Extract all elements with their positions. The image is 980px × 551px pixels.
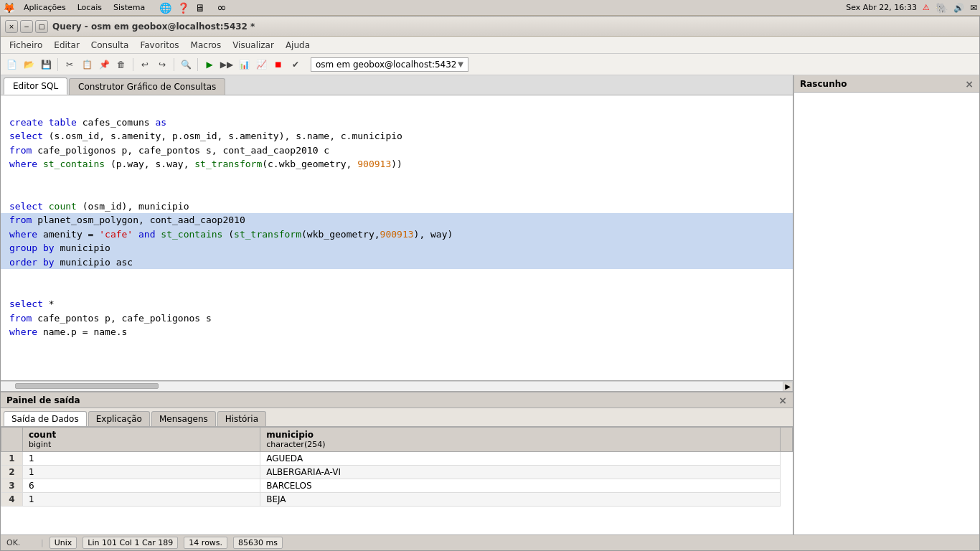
h-scrollbar[interactable]: ▶ xyxy=(1,381,793,391)
table-row: 3 6 BARCELOS xyxy=(1,479,793,493)
row-municipio: BARCELOS xyxy=(260,479,781,493)
menu-macros[interactable]: Macros xyxy=(185,39,227,52)
pgadmin-icon[interactable]: 🐘 xyxy=(936,2,948,14)
output-panel: Painel de saída × Saída de Dados Explica… xyxy=(1,391,793,534)
sql-line-from2: from planet_osm_polygon, cont_aad_caop20… xyxy=(1,213,793,227)
toolbar-redo[interactable]: ↪ xyxy=(154,57,170,72)
output-tab-historia[interactable]: História xyxy=(217,411,266,426)
row-num: 3 xyxy=(1,479,23,493)
sql-editor[interactable]: create table cafes_comuns as select (s.o… xyxy=(1,95,793,381)
menu-bar: Ficheiro Editar Consulta Favoritos Macro… xyxy=(1,37,979,54)
chevron-down-icon: ▼ xyxy=(458,60,463,68)
h-scroll-thumb[interactable] xyxy=(15,383,159,389)
right-panel-content xyxy=(794,93,979,534)
col-count-name: count xyxy=(29,430,254,440)
menu-consulta[interactable]: Consulta xyxy=(85,39,135,52)
close-button[interactable]: × xyxy=(5,20,18,33)
sql-line-create: create table cafes_comuns as xyxy=(9,117,166,128)
h-scroll-right[interactable]: ▶ xyxy=(783,382,793,392)
toolbar-save[interactable]: 💾 xyxy=(38,57,54,72)
db-select-box[interactable]: osm em geobox@localhost:5432 ▼ xyxy=(311,57,468,72)
menu-favoritos[interactable]: Favoritos xyxy=(134,39,184,52)
data-table-container[interactable]: count bigint municipio character(254) xyxy=(1,427,793,534)
output-panel-close-button[interactable]: × xyxy=(778,395,787,406)
network-icon: ⚠ xyxy=(923,3,930,12)
sql-line-select3: select * xyxy=(9,298,55,309)
tab-grafico[interactable]: Construtor Gráfico de Consultas xyxy=(69,78,225,95)
toolbar-new[interactable]: 📄 xyxy=(4,57,19,72)
toolbar-clear[interactable]: 🗑 xyxy=(113,57,129,72)
toolbar-sep-2 xyxy=(133,58,133,71)
menu-visualizar[interactable]: Visualizar xyxy=(227,39,280,52)
help-icon[interactable]: ❓ xyxy=(177,2,189,14)
status-encoding: Unix xyxy=(50,537,77,549)
menu-ajuda[interactable]: Ajuda xyxy=(280,39,316,52)
status-sep-1: | xyxy=(41,538,44,547)
h-scroll-track[interactable] xyxy=(1,383,783,390)
toolbar-find[interactable]: 🔍 xyxy=(178,57,194,72)
col-municipio-name: municipio xyxy=(266,430,774,440)
toolbar-stop[interactable]: ⏹ xyxy=(270,57,286,72)
row-count: 1 xyxy=(23,493,260,507)
right-panel-header: Rascunho × xyxy=(794,75,979,93)
sql-line-select2: select count (osm_id), municipio xyxy=(9,201,189,212)
output-tabs: Saída de Dados Explicação Mensagens Hist… xyxy=(1,408,793,427)
sys-menu-locais[interactable]: Locais xyxy=(75,3,105,12)
row-municipio: ALBERGARIA-A-VI xyxy=(260,466,781,479)
row-municipio: AGUEDA xyxy=(260,452,781,466)
toolbar-cut[interactable]: ✂ xyxy=(62,57,77,72)
toolbar-undo[interactable]: ↩ xyxy=(137,57,153,72)
row-municipio: BEJA xyxy=(260,493,781,507)
toolbar-sep-1 xyxy=(57,58,58,71)
sys-menu-aplicacoes[interactable]: Aplicações xyxy=(21,3,69,12)
col-municipio-header[interactable]: municipio character(254) xyxy=(260,428,781,452)
row-num: 2 xyxy=(1,466,23,479)
minimize-button[interactable]: − xyxy=(20,20,33,33)
col-count-header[interactable]: count bigint xyxy=(23,428,260,452)
status-rows: 14 rows. xyxy=(184,537,227,549)
toolbar-copy[interactable]: 📋 xyxy=(79,57,95,72)
menu-ficheiro[interactable]: Ficheiro xyxy=(4,39,48,52)
col-scrollbar-header xyxy=(781,428,793,452)
datetime: Sex Abr 22, 16:33 xyxy=(846,3,917,12)
sql-line-where2: where amenity = 'cafe' and st_contains (… xyxy=(1,227,793,242)
infinity-icon: ∞ xyxy=(217,1,226,14)
terminal-icon[interactable]: 🖥 xyxy=(195,2,205,14)
toolbar-run[interactable]: ▶ xyxy=(202,57,217,72)
col-num xyxy=(1,428,23,452)
menu-editar[interactable]: Editar xyxy=(48,39,85,52)
output-panel-title: Painel de saída xyxy=(6,395,80,405)
row-num: 1 xyxy=(1,452,23,466)
mail-icon[interactable]: ✉ xyxy=(970,3,977,13)
firefox-icon[interactable]: 🌐 xyxy=(159,2,171,14)
col-count-sub: bigint xyxy=(29,440,254,449)
toolbar-open[interactable]: 📂 xyxy=(21,57,37,72)
sql-line-group: group by municipio xyxy=(1,241,793,255)
sql-line-select1: select (s.osm_id, s.amenity, p.osm_id, s… xyxy=(9,131,402,141)
status-bar: OK. | Unix Lin 101 Col 1 Car 189 14 rows… xyxy=(1,534,979,550)
right-panel-title: Rascunho xyxy=(800,79,847,89)
sys-menu-sistema[interactable]: Sistema xyxy=(110,3,148,12)
status-ok-text: OK. xyxy=(6,538,35,547)
maximize-button[interactable]: □ xyxy=(35,20,48,33)
data-table-body: 1 1 AGUEDA 2 1 ALBERGARIA-A-VI 3 6 BARCE… xyxy=(1,452,793,507)
sql-line-from3: from cafe_pontos p, cafe_poligonos s xyxy=(9,313,212,324)
toolbar-paste[interactable]: 📌 xyxy=(96,57,112,72)
right-panel-close-button[interactable]: × xyxy=(965,78,974,90)
toolbar-run-sel[interactable]: ▶▶ xyxy=(219,57,235,72)
volume-icon[interactable]: 🔊 xyxy=(953,3,964,13)
editor-area: Editor SQL Construtor Gráfico de Consult… xyxy=(1,75,793,534)
toolbar-explain-analyze[interactable]: 📈 xyxy=(253,57,269,72)
tab-editor-sql[interactable]: Editor SQL xyxy=(4,77,67,95)
output-tab-explicacao[interactable]: Explicação xyxy=(88,411,150,426)
main-content: Editor SQL Construtor Gráfico de Consult… xyxy=(1,75,979,534)
output-tab-mensagens[interactable]: Mensagens xyxy=(151,411,216,426)
sql-line-where1: where st_contains (p.way, s.way, st_tran… xyxy=(9,159,402,169)
system-bar-right: Sex Abr 22, 16:33 ⚠ 🐘 🔊 ✉ xyxy=(846,2,977,14)
app-icon: 🦊 xyxy=(3,2,15,14)
toolbar-explain[interactable]: 📊 xyxy=(236,57,252,72)
system-bar: 🦊 Aplicações Locais Sistema 🌐 ❓ 🖥 ∞ Sex … xyxy=(0,0,980,16)
data-table: count bigint municipio character(254) xyxy=(1,427,793,507)
output-tab-saida[interactable]: Saída de Dados xyxy=(4,411,87,426)
toolbar-commit[interactable]: ✔ xyxy=(288,57,303,72)
